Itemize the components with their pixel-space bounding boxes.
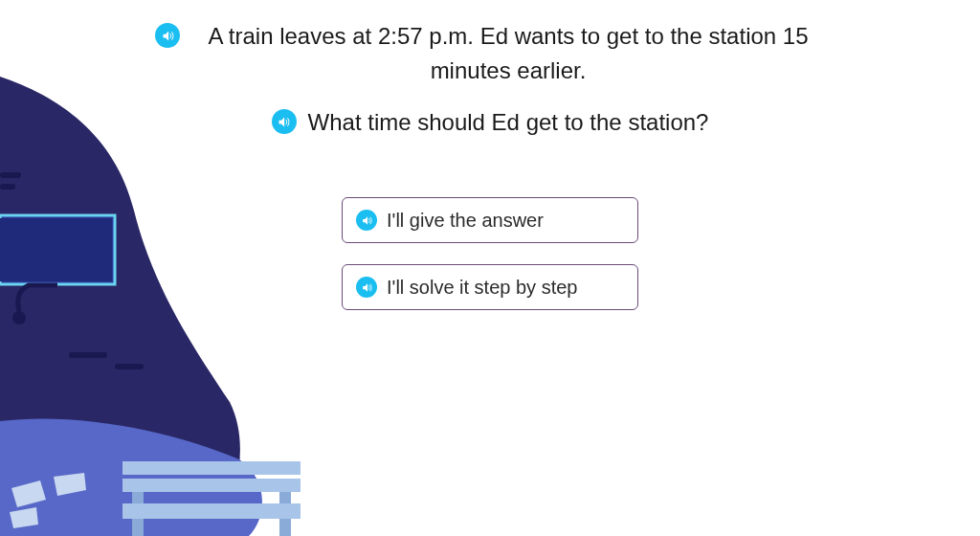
svg-rect-13 (132, 519, 144, 536)
audio-icon[interactable] (356, 277, 377, 298)
prompt-1-block: A train leaves at 2:57 p.m. Ed wants to … (155, 19, 825, 88)
audio-icon[interactable] (272, 109, 297, 134)
svg-rect-15 (132, 492, 144, 503)
step-by-step-button[interactable]: I'll solve it step by step (342, 264, 638, 310)
give-answer-button[interactable]: I'll give the answer (342, 197, 638, 243)
audio-icon[interactable] (356, 210, 377, 231)
option-label: I'll give the answer (387, 210, 544, 232)
svg-rect-10 (122, 461, 301, 475)
svg-rect-16 (279, 492, 291, 503)
prompt-1-text: A train leaves at 2:57 p.m. Ed wants to … (191, 19, 825, 88)
svg-rect-11 (122, 479, 301, 492)
svg-point-2 (12, 311, 26, 324)
options-group: I'll give the answer I'll solve it step … (342, 197, 638, 310)
prompt-2-text: What time should Ed get to the station? (308, 105, 709, 140)
svg-rect-12 (122, 503, 301, 519)
question-content: A train leaves at 2:57 p.m. Ed wants to … (0, 0, 980, 310)
svg-rect-14 (279, 519, 291, 536)
audio-icon[interactable] (155, 23, 180, 48)
svg-rect-4 (115, 364, 144, 369)
option-label: I'll solve it step by step (387, 277, 577, 299)
prompt-2-block: What time should Ed get to the station? (272, 105, 709, 140)
svg-rect-3 (69, 352, 107, 358)
